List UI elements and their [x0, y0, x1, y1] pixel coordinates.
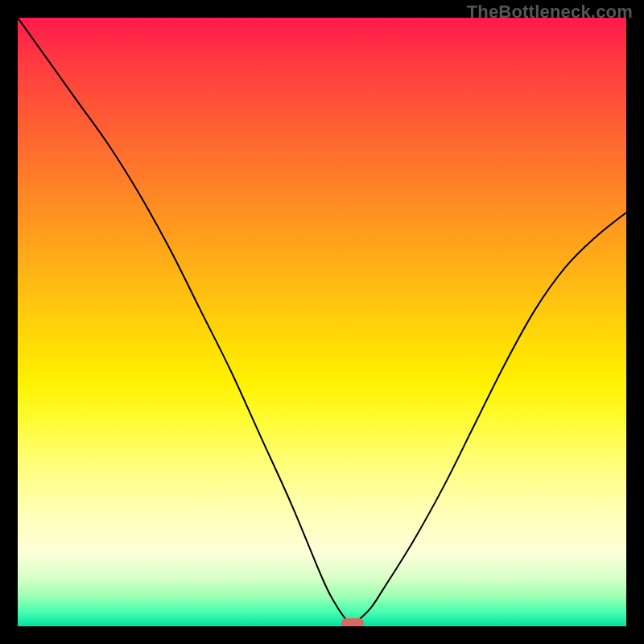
bottleneck-curve-svg: [18, 18, 626, 626]
watermark-label: TheBottleneck.com: [467, 2, 633, 23]
optimum-marker: [341, 618, 364, 626]
bottleneck-curve-path: [18, 18, 626, 626]
chart-frame: TheBottleneck.com: [0, 0, 644, 644]
plot-area: [18, 18, 626, 626]
